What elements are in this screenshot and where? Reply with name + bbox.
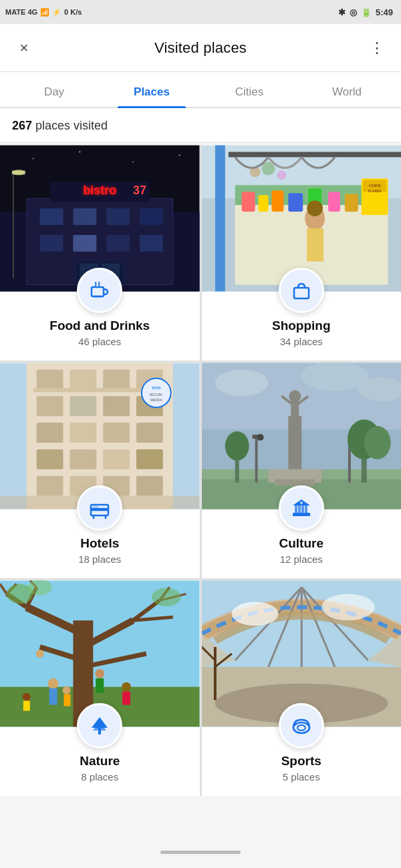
sports-icon-wrap bbox=[202, 703, 402, 748]
hotels-icon-wrap bbox=[0, 485, 200, 531]
svg-rect-62 bbox=[70, 423, 96, 443]
food-card-subtitle: 46 places bbox=[11, 336, 189, 347]
nature-card-title: Nature bbox=[11, 754, 189, 769]
category-card-food-drinks[interactable]: bistro 37 bistro bbox=[0, 145, 200, 361]
svg-rect-47 bbox=[307, 228, 323, 262]
time-display: 5:49 bbox=[376, 7, 393, 17]
svg-rect-73 bbox=[33, 388, 67, 392]
svg-rect-65 bbox=[37, 449, 63, 469]
svg-rect-55 bbox=[103, 370, 130, 390]
signal-bars: 📶 bbox=[40, 8, 49, 17]
svg-rect-37 bbox=[328, 192, 340, 212]
svg-text:FLAKES: FLAKES bbox=[368, 190, 382, 193]
tab-world[interactable]: World bbox=[298, 85, 396, 107]
wifi-icon: ⚡ bbox=[52, 8, 61, 17]
svg-text:37: 37 bbox=[133, 184, 146, 197]
shopping-card-title: Shopping bbox=[213, 318, 391, 333]
app-header: × Visited places ⋮ bbox=[0, 24, 401, 72]
svg-rect-75 bbox=[100, 388, 133, 392]
category-card-sports[interactable]: Sports 5 places bbox=[202, 580, 402, 796]
more-options-button[interactable]: ⋮ bbox=[365, 36, 389, 60]
food-icon-circle bbox=[77, 268, 122, 313]
svg-rect-5 bbox=[106, 208, 130, 225]
svg-rect-67 bbox=[103, 449, 130, 469]
sports-card-title: Sports bbox=[213, 754, 391, 769]
tab-cities[interactable]: Cities bbox=[200, 85, 298, 107]
status-bar: MATE 4G 📶 ⚡ 0 K/s ✱ ◎ 🔋 5:49 bbox=[0, 0, 401, 24]
hotels-card-info: Hotels 18 places bbox=[0, 531, 200, 578]
svg-text:bistro: bistro bbox=[83, 184, 116, 197]
svg-rect-98 bbox=[255, 436, 257, 483]
svg-point-147 bbox=[23, 693, 31, 701]
svg-rect-53 bbox=[37, 370, 63, 390]
svg-rect-54 bbox=[70, 370, 96, 390]
svg-point-23 bbox=[132, 161, 134, 162]
svg-point-143 bbox=[122, 682, 131, 692]
svg-rect-113 bbox=[295, 505, 297, 513]
shopping-card-subtitle: 34 places bbox=[213, 336, 391, 347]
svg-point-104 bbox=[364, 426, 390, 459]
culture-card-subtitle: 12 places bbox=[213, 554, 391, 565]
places-count-number: 267 bbox=[12, 119, 32, 132]
svg-point-100 bbox=[257, 434, 263, 441]
hotels-icon-circle bbox=[77, 485, 122, 531]
svg-rect-116 bbox=[305, 505, 307, 513]
sports-card-subtitle: 5 places bbox=[213, 771, 391, 783]
culture-icon-wrap bbox=[202, 485, 402, 531]
culture-card-title: Culture bbox=[213, 536, 391, 551]
bottom-nav-bar bbox=[0, 836, 401, 868]
food-icon-wrap bbox=[0, 268, 200, 313]
battery-indicator: 🔋 bbox=[361, 7, 372, 17]
nature-icon-circle bbox=[77, 703, 122, 748]
carrier-text: MATE 4G bbox=[5, 8, 37, 16]
nature-card-subtitle: 8 places bbox=[11, 771, 189, 783]
svg-rect-50 bbox=[294, 288, 309, 298]
svg-rect-32 bbox=[241, 192, 255, 212]
svg-point-21 bbox=[33, 158, 34, 159]
tab-bar: Day Places Cities World bbox=[0, 72, 401, 108]
food-card-info: Food and Drinks 46 places bbox=[0, 313, 200, 361]
svg-rect-8 bbox=[73, 235, 96, 252]
category-card-shopping[interactable]: CORN FLAKES bbox=[202, 145, 402, 361]
svg-point-45 bbox=[277, 170, 286, 180]
category-card-hotels[interactable]: OYO RECOM- MENDA Hotels bbox=[0, 363, 200, 578]
svg-rect-74 bbox=[67, 388, 100, 392]
svg-text:RECOM-: RECOM- bbox=[150, 393, 163, 397]
svg-rect-38 bbox=[344, 194, 358, 212]
places-count-suffix: places visited bbox=[32, 119, 108, 132]
svg-point-110 bbox=[301, 363, 368, 391]
culture-icon-circle bbox=[279, 485, 324, 531]
svg-point-145 bbox=[63, 686, 71, 694]
svg-point-142 bbox=[36, 650, 44, 658]
food-card-title: Food and Drinks bbox=[11, 318, 189, 333]
svg-point-140 bbox=[95, 669, 104, 678]
svg-rect-9 bbox=[106, 235, 130, 252]
svg-rect-4 bbox=[73, 208, 96, 225]
svg-rect-7 bbox=[40, 235, 63, 252]
shopping-icon-wrap bbox=[202, 268, 402, 313]
categories-grid: bistro 37 bistro bbox=[0, 145, 401, 796]
svg-rect-6 bbox=[140, 208, 163, 225]
tab-places[interactable]: Places bbox=[103, 85, 200, 107]
svg-point-95 bbox=[289, 390, 301, 402]
svg-rect-141 bbox=[96, 678, 104, 693]
bluetooth-icon: ✱ bbox=[338, 7, 346, 17]
culture-card-info: Culture 12 places bbox=[202, 531, 402, 578]
status-right: ✱ ◎ 🔋 5:49 bbox=[338, 7, 393, 17]
svg-rect-10 bbox=[140, 235, 163, 252]
svg-rect-68 bbox=[136, 449, 163, 469]
status-left: MATE 4G 📶 ⚡ 0 K/s bbox=[5, 8, 82, 17]
category-card-nature[interactable]: Nature 8 places bbox=[0, 580, 200, 796]
svg-point-169 bbox=[293, 722, 309, 733]
svg-point-137 bbox=[152, 588, 181, 606]
svg-rect-35 bbox=[288, 193, 303, 212]
svg-point-167 bbox=[231, 602, 278, 626]
svg-point-44 bbox=[261, 162, 275, 175]
svg-rect-34 bbox=[271, 190, 283, 212]
svg-rect-64 bbox=[136, 423, 163, 443]
tab-day[interactable]: Day bbox=[5, 85, 103, 107]
svg-point-106 bbox=[225, 431, 249, 461]
close-button[interactable]: × bbox=[12, 36, 36, 60]
category-card-culture[interactable]: Culture 12 places bbox=[202, 363, 402, 578]
svg-rect-114 bbox=[298, 505, 301, 513]
